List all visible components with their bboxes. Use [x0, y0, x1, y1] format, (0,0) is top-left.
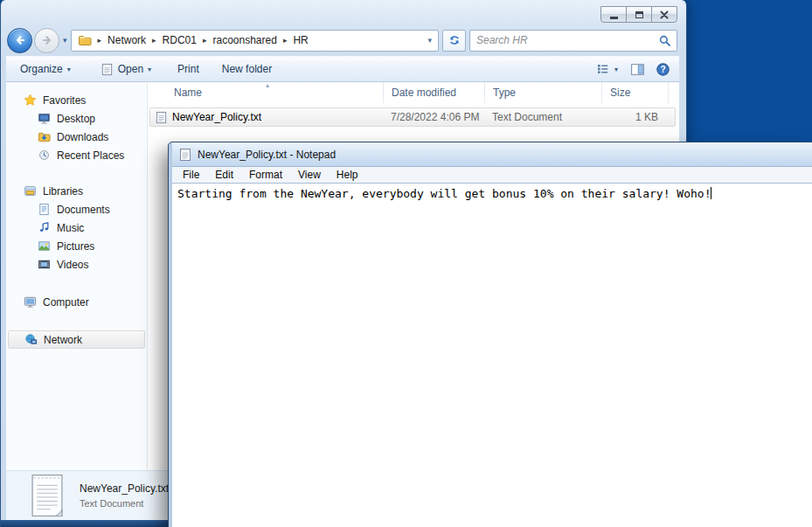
sidebar-item-label: Videos	[57, 259, 88, 271]
documents-icon	[38, 203, 51, 216]
videos-icon	[38, 258, 51, 271]
sort-ascending-icon: ▴	[266, 82, 269, 89]
notepad-titlebar[interactable]: NewYear_Policy.txt - Notepad	[172, 142, 812, 167]
recent-pages-caret-icon[interactable]: ▾	[63, 37, 67, 45]
search-box	[469, 30, 677, 52]
organize-label: Organize	[20, 63, 63, 75]
breadcrumb-separator-icon: ▸	[150, 36, 158, 45]
sidebar-item-documents[interactable]: Documents	[8, 200, 145, 218]
command-toolbar: Organize ▾ Open ▾ Print New folder ▾	[6, 56, 679, 82]
details-file-name: NewYear_Policy.txt	[80, 482, 169, 495]
address-bar[interactable]: ▸ Network ▸ RDC01 ▸ racoonshared ▸ HR ▾	[71, 30, 439, 52]
minimize-button[interactable]	[600, 6, 627, 23]
sidebar-item-label: Desktop	[57, 113, 95, 125]
recent-places-icon	[38, 149, 51, 162]
menu-help[interactable]: Help	[329, 169, 366, 181]
folder-icon	[78, 33, 92, 47]
refresh-button[interactable]	[442, 30, 466, 52]
search-input[interactable]	[470, 34, 658, 46]
breadcrumb-item-rdc01[interactable]: RDC01	[163, 34, 197, 46]
sidebar-item-label: Favorites	[43, 94, 86, 107]
help-icon[interactable]	[656, 62, 670, 77]
notepad-title: NewYear_Policy.txt - Notepad	[198, 149, 336, 161]
sidebar-item-label: Recent Places	[57, 149, 124, 162]
file-name: NewYear_Policy.txt	[172, 111, 261, 123]
column-headers: ▴ Name Date modified Type Size	[148, 82, 679, 103]
forward-button[interactable]	[34, 28, 59, 53]
pictures-icon	[38, 239, 51, 253]
change-view-button[interactable]: ▾	[594, 59, 620, 80]
txt-file-large-icon	[29, 473, 66, 518]
menu-format[interactable]: Format	[241, 169, 290, 181]
sidebar-item-downloads[interactable]: Downloads	[8, 128, 145, 146]
menu-view[interactable]: View	[290, 169, 329, 181]
open-label: Open	[118, 63, 143, 75]
column-header-label: Size	[610, 87, 630, 99]
notepad-text-area[interactable]: Starting from the NewYear, everybody wil…	[172, 184, 812, 527]
details-text: NewYear_Policy.txt Text Document	[80, 482, 169, 509]
sidebar-item-favorites[interactable]: Favorites	[8, 91, 145, 109]
sidebar-item-music[interactable]: Music	[8, 218, 145, 237]
close-button[interactable]	[651, 6, 677, 23]
navigation-pane: Favorites Desktop Downloads Recent Place…	[6, 82, 148, 470]
views-icon	[596, 62, 610, 76]
toolbar-right-group: ▾	[594, 59, 670, 80]
file-type-cell: Text Document	[485, 111, 602, 123]
address-dropdown-caret-icon[interactable]: ▾	[427, 36, 432, 45]
views-caret-icon: ▾	[614, 66, 618, 73]
desktop-icon	[38, 112, 51, 125]
print-button[interactable]: Print	[169, 59, 208, 79]
desktop: ▾ ▸ Network ▸ RDC01 ▸ racoonshared ▸ HR …	[0, 0, 812, 527]
new-folder-label: New folder	[222, 63, 272, 75]
back-button[interactable]	[7, 28, 32, 53]
breadcrumb-separator-icon: ▸	[281, 36, 289, 45]
notepad-menubar: File Edit Format View Help	[172, 167, 812, 184]
column-header-label: Type	[493, 87, 516, 99]
column-header-type[interactable]: Type	[485, 82, 602, 103]
refresh-icon	[448, 33, 462, 47]
explorer-titlebar[interactable]	[6, 0, 679, 26]
menu-file[interactable]: File	[175, 169, 207, 181]
file-date-cell: 7/28/2022 4:06 PM	[384, 111, 485, 123]
notepad-icon	[178, 148, 192, 162]
back-arrow-icon	[13, 33, 27, 47]
new-folder-button[interactable]: New folder	[213, 59, 281, 79]
notepad-window: NewYear_Policy.txt - Notepad File Edit F…	[169, 142, 812, 527]
sidebar-item-computer[interactable]: Computer	[8, 293, 145, 311]
column-header-label: Date modified	[392, 87, 456, 99]
open-button[interactable]: Open ▾	[92, 59, 160, 80]
sidebar-item-network[interactable]: Network	[8, 330, 145, 349]
star-icon	[24, 94, 37, 107]
print-label: Print	[177, 63, 199, 75]
maximize-button[interactable]	[626, 6, 652, 23]
computer-icon	[24, 295, 37, 309]
sidebar-item-desktop[interactable]: Desktop	[8, 109, 145, 128]
forward-arrow-icon	[40, 33, 54, 47]
music-icon	[38, 221, 51, 234]
maximize-icon	[635, 11, 643, 18]
column-header-size[interactable]: Size	[602, 82, 669, 103]
file-name-cell: NewYear_Policy.txt	[150, 111, 384, 124]
downloads-icon	[38, 130, 51, 143]
sidebar-item-videos[interactable]: Videos	[8, 255, 145, 274]
menu-edit[interactable]: Edit	[207, 169, 241, 181]
sidebar-item-pictures[interactable]: Pictures	[8, 237, 145, 255]
preview-pane-icon[interactable]	[630, 62, 645, 77]
sidebar-item-label: Libraries	[43, 185, 83, 198]
organize-button[interactable]: Organize ▾	[11, 59, 80, 79]
sidebar-item-recent-places[interactable]: Recent Places	[8, 146, 145, 164]
sidebar-item-libraries[interactable]: Libraries	[8, 182, 145, 200]
breadcrumb-item-racoonshared[interactable]: racoonshared	[213, 34, 277, 46]
close-icon	[660, 10, 669, 19]
breadcrumb-separator-icon: ▸	[96, 36, 104, 45]
breadcrumb-item-hr[interactable]: HR	[293, 34, 308, 46]
sidebar-item-label: Downloads	[57, 131, 108, 143]
breadcrumb-separator-icon: ▸	[201, 36, 209, 45]
minimize-icon	[610, 17, 618, 19]
network-icon	[24, 333, 38, 346]
sidebar-item-label: Network	[44, 334, 82, 346]
breadcrumb-item-network[interactable]: Network	[108, 34, 146, 46]
column-header-date-modified[interactable]: Date modified	[384, 82, 485, 103]
search-icon[interactable]	[658, 34, 671, 47]
file-row[interactable]: NewYear_Policy.txt 7/28/2022 4:06 PM Tex…	[149, 107, 676, 127]
